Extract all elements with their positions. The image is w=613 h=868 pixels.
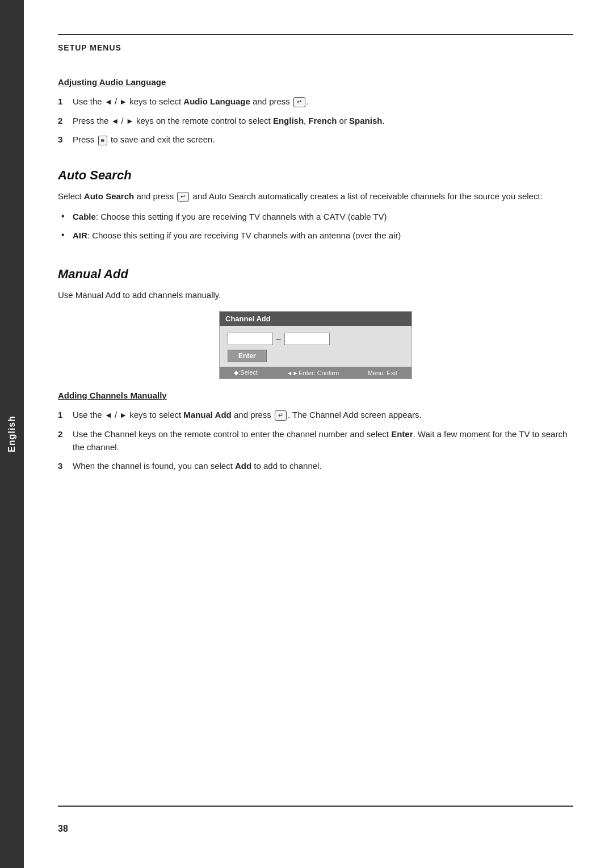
bullet-air-text: AIR: Choose this setting if you are rece… (73, 229, 401, 242)
left-arrow-icon-2: ◄ (111, 115, 119, 128)
step-3-text: Press ≡ to save and exit the screen. (73, 133, 573, 146)
enter-key-icon-3: ↵ (275, 410, 287, 420)
dialog-body: – Enter (220, 326, 412, 367)
step-num-3: 3 (58, 133, 70, 146)
setup-menus-heading: SETUP MENUS (58, 43, 573, 52)
manual-add-title: Manual Add (58, 267, 573, 282)
dialog-dash: – (276, 334, 281, 343)
manual-step-3: 3 When the channel is found, you can sel… (58, 459, 573, 472)
footer-exit: Menu: Exit (368, 370, 397, 376)
manual-step-3-text: When the channel is found, you can selec… (73, 459, 573, 472)
dialog-enter-button[interactable]: Enter (228, 350, 267, 362)
left-arrow-icon-1: ◄ (104, 96, 112, 108)
manual-step-num-1: 1 (58, 408, 70, 421)
setup-menus-section: SETUP MENUS (58, 34, 573, 52)
step-2-text: Press the ◄ / ► keys on the remote contr… (73, 114, 573, 128)
dialog-title-bar: Channel Add (220, 312, 412, 326)
audio-step-3: 3 Press ≡ to save and exit the screen. (58, 133, 573, 146)
right-arrow-icon-2: ► (126, 115, 134, 128)
auto-search-section: Auto Search Select Auto Search and press… (58, 152, 573, 251)
audio-step-2: 2 Press the ◄ / ► keys on the remote con… (58, 114, 573, 128)
step-num-1: 1 (58, 95, 70, 108)
auto-search-bullets: • Cable: Choose this setting if you are … (58, 210, 573, 242)
right-arrow-icon-3: ► (119, 409, 127, 422)
right-arrow-icon-1: ► (119, 96, 127, 108)
dialog-input-box-left[interactable] (228, 333, 273, 345)
bullet-cable: • Cable: Choose this setting if you are … (58, 210, 573, 223)
dialog-container: Channel Add – Enter ◆:Select ◄►Enter: Co… (58, 311, 573, 379)
manual-step-2-text: Use the Channel keys on the remote contr… (73, 427, 573, 454)
bullet-cable-text: Cable: Choose this setting if you are re… (73, 210, 387, 223)
enter-key-icon-1: ↵ (293, 97, 305, 107)
enter-key-icon-2: ↵ (177, 192, 189, 202)
dialog-input-box-right[interactable] (284, 333, 330, 345)
sidebar-tab: English (0, 0, 24, 868)
audio-step-1: 1 Use the ◄ / ► keys to select Audio Lan… (58, 95, 573, 108)
channel-add-dialog: Channel Add – Enter ◆:Select ◄►Enter: Co… (219, 311, 412, 379)
manual-add-section: Manual Add Use Manual Add to add channel… (58, 251, 573, 478)
page-number: 38 (58, 807, 573, 834)
dialog-footer: ◆:Select ◄►Enter: Confirm Menu: Exit (220, 367, 412, 379)
step-num-2: 2 (58, 114, 70, 127)
left-arrow-icon-3: ◄ (104, 409, 112, 422)
bullet-dot-1: • (61, 210, 69, 223)
main-content: SETUP MENUS Adjusting Audio Language 1 U… (24, 0, 613, 868)
bullet-air: • AIR: Choose this setting if you are re… (58, 229, 573, 242)
footer-section: 38 (58, 799, 573, 834)
footer-confirm: ◄►Enter: Confirm (286, 370, 339, 376)
adjusting-audio-heading: Adjusting Audio Language (58, 77, 573, 87)
manual-step-1: 1 Use the ◄ / ► keys to select Manual Ad… (58, 408, 573, 422)
footer-select: ◆:Select (234, 369, 258, 376)
manual-add-intro: Use Manual Add to add channels manually. (58, 288, 573, 302)
manual-step-num-2: 2 (58, 427, 70, 441)
manual-step-2: 2 Use the Channel keys on the remote con… (58, 427, 573, 454)
manual-step-num-3: 3 (58, 459, 70, 472)
audio-steps-list: 1 Use the ◄ / ► keys to select Audio Lan… (58, 95, 573, 146)
manual-add-steps: 1 Use the ◄ / ► keys to select Manual Ad… (58, 408, 573, 472)
menu-key-icon-1: ≡ (98, 136, 107, 145)
step-1-text: Use the ◄ / ► keys to select Audio Langu… (73, 95, 573, 108)
dialog-title-text: Channel Add (225, 315, 271, 323)
adding-channels-heading: Adding Channels Manually (58, 391, 573, 400)
auto-search-intro: Select Auto Search and press ↵ and Auto … (58, 190, 573, 203)
manual-step-1-text: Use the ◄ / ► keys to select Manual Add … (73, 408, 573, 422)
bullet-dot-2: • (61, 229, 69, 241)
sidebar-label: English (7, 416, 17, 452)
auto-search-title: Auto Search (58, 168, 573, 183)
dialog-input-row: – (228, 333, 330, 345)
adjusting-audio-section: Adjusting Audio Language 1 Use the ◄ / ►… (58, 66, 573, 152)
